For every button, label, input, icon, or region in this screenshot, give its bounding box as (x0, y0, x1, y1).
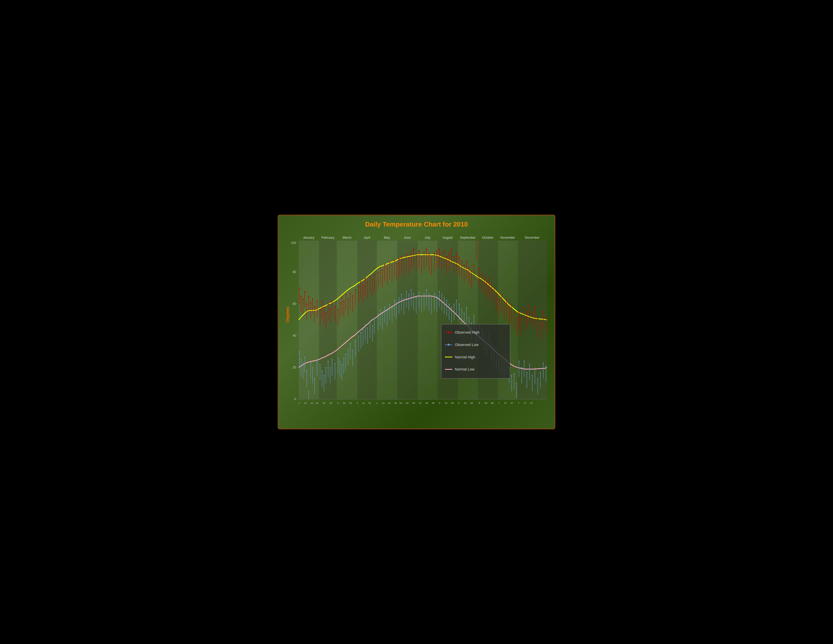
obs-high-dot (406, 254, 407, 255)
obs-low-dot (413, 293, 414, 294)
obs-low-dot (461, 308, 462, 309)
obs-low-dot (471, 322, 472, 324)
obs-high-dot (302, 298, 304, 300)
xlabel: 11 (304, 402, 307, 404)
obs-high-dot (314, 306, 315, 308)
obs-low-dot (529, 364, 530, 365)
obs-low-dot (306, 370, 307, 371)
obs-high-dot (463, 265, 465, 266)
xlabel: 7 (498, 402, 500, 404)
obs-high-dot (459, 257, 460, 258)
obs-high-dot (439, 249, 440, 250)
obs-high-dot (513, 311, 515, 313)
legend-obs-high-label: Observed High (455, 330, 479, 334)
obs-high-dot (446, 256, 447, 258)
obs-low-dot (424, 293, 425, 294)
obs-high-dot (398, 258, 400, 259)
obs-high-dot (537, 318, 539, 319)
obs-high-dot (343, 301, 344, 302)
obs-low-dot (347, 349, 349, 350)
obs-low-dot (521, 367, 522, 368)
month-label-jan: January (303, 236, 315, 240)
obs-low-dot (341, 364, 343, 365)
obs-high-dot (481, 273, 482, 275)
obs-high-dot (501, 294, 502, 295)
obs-high-dot (347, 298, 349, 300)
month-band-jul (418, 241, 438, 399)
obs-high-dot (327, 304, 329, 305)
month-label-apr: April (364, 236, 370, 240)
obs-high-dot (491, 283, 492, 284)
xlabel: 21 (388, 402, 391, 404)
month-label-jun: June (404, 236, 411, 240)
xlabel: 9 (439, 402, 440, 404)
obs-high-dot (331, 301, 333, 302)
obs-low-dot (360, 332, 362, 333)
obs-high-dot (317, 300, 318, 301)
obs-high-dot (543, 311, 544, 313)
chart-title: Daily Temperature Chart for 2010 (283, 221, 550, 228)
obs-low-dot (350, 343, 351, 344)
xlabel: 28 (470, 402, 473, 404)
obs-low-dot (322, 370, 323, 371)
xlabel: 18 (484, 402, 487, 404)
xlabel: 29 (451, 402, 453, 404)
obs-low-dot (464, 313, 465, 314)
obs-high-dot (325, 312, 326, 313)
xlabel: 31 (394, 402, 397, 404)
obs-low-dot (511, 375, 512, 376)
obs-low-dot (304, 357, 305, 358)
obs-low-dot (365, 324, 366, 325)
xlabel: 7 (518, 402, 519, 404)
obs-low-dot (514, 374, 515, 375)
xlabel: 20 (425, 402, 428, 404)
obs-high-dot (345, 294, 347, 295)
obs-low-dot (334, 363, 336, 364)
obs-high-dot (319, 309, 321, 311)
month-band-jun (397, 241, 418, 399)
obs-high-dot (540, 322, 541, 324)
obs-high-dot (506, 298, 507, 300)
obs-high-dot (503, 302, 505, 303)
obs-low-dot (411, 290, 412, 290)
obs-high-dot (434, 253, 435, 254)
obs-high-dot (350, 293, 351, 294)
obs-high-dot (524, 307, 525, 308)
obs-high-dot (369, 276, 371, 277)
obs-low-dot (421, 295, 422, 296)
obs-high-dot (479, 268, 480, 269)
xlabel: 20 (330, 402, 332, 404)
obs-high-dot (337, 309, 338, 311)
month-label-dec: December (525, 236, 539, 240)
obs-high-dot (365, 278, 366, 279)
obs-low-dot (516, 383, 517, 384)
obs-high-dot (380, 267, 381, 269)
obs-high-dot (545, 316, 547, 317)
obs-low-dot (338, 357, 338, 359)
obs-low-dot (545, 366, 547, 367)
obs-high-dot (404, 259, 405, 260)
obs-high-dot (511, 304, 512, 305)
obs-high-dot (431, 257, 432, 258)
obs-high-dot (374, 274, 375, 275)
obs-high-dot (461, 261, 462, 262)
legend-obs-low-dot (447, 344, 450, 346)
obs-low-dot (404, 298, 404, 299)
obs-low-dot (394, 300, 395, 301)
obs-low-dot (532, 375, 533, 376)
month-band-feb (319, 241, 337, 399)
obs-high-dot (516, 317, 517, 318)
xlabel: 20 (406, 402, 408, 404)
obs-low-dot (451, 307, 452, 308)
obs-high-dot (468, 267, 470, 269)
obs-low-dot (391, 307, 392, 308)
ytick-100: 100 (291, 241, 296, 245)
obs-high-dot (321, 301, 323, 302)
obs-high-dot (308, 296, 309, 297)
obs-low-dot (389, 304, 390, 304)
obs-high-dot (299, 287, 300, 289)
plot-area: January February March April May June Ju… (299, 238, 547, 413)
obs-high-dot (444, 250, 445, 251)
xlabel: 28 (491, 402, 494, 404)
obs-high-dot (304, 291, 306, 293)
